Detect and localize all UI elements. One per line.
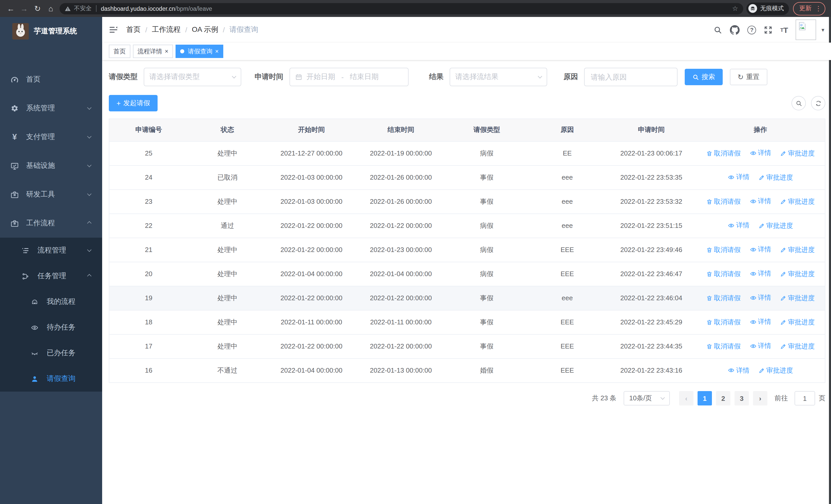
result-select[interactable]: 请选择流结果 (450, 68, 547, 86)
approval-progress-link[interactable]: 审批进度 (758, 173, 793, 182)
avatar-dropdown-caret[interactable]: ▾ (822, 26, 824, 33)
approval-progress-link[interactable]: 审批进度 (780, 318, 814, 327)
table-row[interactable]: 22 通过 2022-01-22 00:00:00 2022-01-22 00:… (109, 213, 825, 238)
sidebar-item-todo-tasks[interactable]: 待办任务 (0, 315, 102, 340)
detail-link[interactable]: 详情 (728, 366, 749, 375)
cell-start-time: 2022-01-04 00:00:00 (267, 262, 356, 286)
detail-link[interactable]: 详情 (728, 221, 749, 230)
goto-page-input[interactable] (795, 391, 815, 406)
search-button[interactable]: 搜索 (685, 69, 723, 85)
table-row[interactable]: 25 处理中 2021-12-27 00:00:00 2022-01-19 00… (109, 141, 825, 165)
detail-link[interactable]: 详情 (750, 318, 771, 327)
approval-progress-link[interactable]: 审批进度 (780, 342, 814, 351)
sidebar-item-devtools[interactable]: 研发工具 (0, 180, 102, 209)
cancel-leave-link[interactable]: 取消请假 (706, 245, 741, 255)
sidebar-item-task-mgmt[interactable]: 任务管理 (0, 263, 102, 289)
table-row[interactable]: 16 不通过 2022-01-04 00:00:00 2022-01-13 00… (109, 358, 825, 382)
github-icon[interactable] (730, 25, 740, 35)
approval-progress-link[interactable]: 审批进度 (758, 366, 793, 375)
browser-menu-icon[interactable]: ⋮ (815, 5, 822, 12)
cancel-leave-link[interactable]: 取消请假 (706, 197, 741, 206)
breadcrumb-home[interactable]: 首页 (126, 25, 141, 34)
cell-leave-type: 事假 (446, 334, 528, 358)
goto-label: 前往 (775, 394, 788, 403)
detail-link[interactable]: 详情 (750, 269, 771, 278)
table-row[interactable]: 21 处理中 2022-01-22 00:00:00 2022-01-23 00… (109, 238, 825, 262)
tab-leave-query[interactable]: 请假查询 × (175, 45, 223, 58)
sidebar-item-my-process[interactable]: 我的流程 (0, 289, 102, 315)
detail-link[interactable]: 详情 (750, 245, 771, 254)
cancel-leave-link[interactable]: 取消请假 (706, 269, 741, 279)
search-icon[interactable] (713, 25, 722, 34)
sidebar-item-payment[interactable]: ¥ 支付管理 (0, 123, 102, 151)
scrollbar[interactable] (829, 17, 831, 504)
page-button-3[interactable]: 3 (735, 391, 749, 406)
sidebar-item-process-mgmt[interactable]: 流程管理 (0, 238, 102, 263)
close-icon[interactable]: × (215, 48, 219, 54)
cell-status: 处理中 (188, 310, 267, 334)
page-button-2[interactable]: 2 (716, 391, 730, 406)
reset-button[interactable]: ↻ 重置 (730, 69, 767, 85)
home-icon[interactable]: ⌂ (44, 4, 57, 13)
sidebar-item-label: 研发工具 (26, 190, 55, 199)
sidebar-item-infra[interactable]: 基础设施 (0, 151, 102, 180)
sidebar-item-done-tasks[interactable]: 已办任务 (0, 340, 102, 366)
cancel-leave-link[interactable]: 取消请假 (706, 342, 741, 351)
page-size-select[interactable]: 10条/页 (624, 391, 670, 406)
cancel-leave-link[interactable]: 取消请假 (706, 318, 741, 327)
url-bar[interactable]: 不安全 dashboard.yudao.iocoder.cn /bpm/oa/l… (60, 3, 743, 14)
cancel-leave-link[interactable]: 取消请假 (706, 149, 741, 158)
detail-link[interactable]: 详情 (750, 197, 771, 206)
tab-process-detail[interactable]: 流程详情 × (133, 45, 173, 58)
reload-icon[interactable]: ↻ (31, 4, 44, 13)
table-row[interactable]: 17 处理中 2022-01-22 00:00:00 2022-01-22 00… (109, 334, 825, 358)
start-date-placeholder: 开始日期 (307, 72, 335, 82)
forward-icon[interactable]: → (18, 4, 31, 13)
approval-progress-link[interactable]: 审批进度 (758, 221, 793, 231)
reason-label: 原因 (564, 72, 578, 82)
table-row[interactable]: 19 处理中 2022-01-22 00:00:00 2022-01-22 00… (109, 286, 825, 310)
font-size-icon[interactable]: TT (780, 25, 788, 34)
approval-progress-link[interactable]: 审批进度 (780, 269, 814, 279)
apply-time-range-picker[interactable]: 开始日期 - 结束日期 (289, 68, 408, 86)
detail-link[interactable]: 详情 (728, 173, 749, 182)
bookmark-star-icon[interactable]: ☆ (732, 5, 738, 12)
page-button-1[interactable]: 1 (697, 391, 712, 406)
sidebar-item-system[interactable]: 系统管理 (0, 94, 102, 123)
table-row[interactable]: 23 处理中 2022-01-03 00:00:00 2022-01-26 00… (109, 189, 825, 213)
approval-progress-link[interactable]: 审批进度 (780, 149, 814, 158)
prev-page-button[interactable]: ‹ (679, 391, 693, 406)
tab-home[interactable]: 首页 (109, 45, 131, 58)
sidebar-item-workflow[interactable]: 工作流程 (0, 209, 102, 238)
cancel-leave-link[interactable]: 取消请假 (706, 294, 741, 303)
help-icon[interactable]: ? (747, 25, 756, 34)
table-row[interactable]: 18 处理中 2022-01-11 00:00:00 2022-01-11 00… (109, 310, 825, 334)
back-icon[interactable]: ← (4, 4, 18, 13)
detail-link[interactable]: 详情 (750, 149, 771, 158)
sidebar-toggle-icon[interactable] (109, 25, 118, 34)
leave-type-select[interactable]: 请选择请假类型 (144, 68, 241, 86)
cell-status: 处理中 (188, 189, 267, 213)
approval-progress-link[interactable]: 审批进度 (780, 197, 814, 206)
next-page-button[interactable]: › (753, 391, 767, 406)
create-leave-button[interactable]: + 发起请假 (109, 95, 157, 111)
cell-status: 处理中 (188, 286, 267, 310)
breadcrumb-oa-example[interactable]: OA 示例 (192, 25, 219, 34)
refresh-table-button[interactable] (811, 96, 825, 110)
avatar[interactable] (796, 20, 816, 40)
table-row[interactable]: 20 处理中 2022-01-04 00:00:00 2022-01-04 00… (109, 262, 825, 286)
sidebar-item-leave-query[interactable]: 请假查询 (0, 366, 102, 392)
detail-link[interactable]: 详情 (750, 293, 771, 302)
approval-progress-link[interactable]: 审批进度 (780, 294, 814, 303)
update-button[interactable]: 更新 ⋮ (793, 2, 825, 15)
fullscreen-icon[interactable] (764, 25, 773, 34)
detail-link[interactable]: 详情 (750, 342, 771, 351)
eye-icon (750, 319, 756, 325)
table-row[interactable]: 24 已取消 2022-01-03 00:00:00 2022-01-26 00… (109, 165, 825, 189)
approval-progress-link[interactable]: 审批进度 (780, 245, 814, 255)
sidebar-item-home[interactable]: 首页 (0, 65, 102, 94)
reason-input[interactable] (584, 68, 678, 86)
close-icon[interactable]: × (165, 48, 168, 54)
toggle-search-button[interactable] (792, 96, 806, 110)
breadcrumb-workflow[interactable]: 工作流程 (152, 25, 181, 34)
